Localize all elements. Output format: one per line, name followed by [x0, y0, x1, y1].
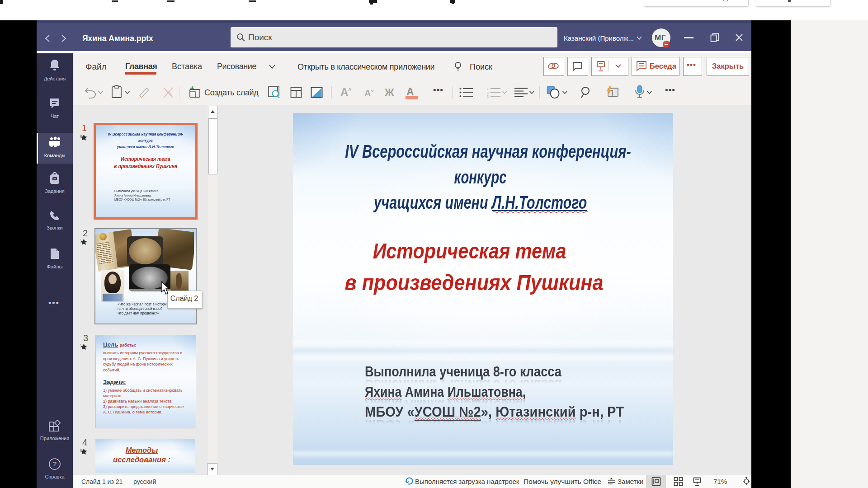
svg-text:1: 1 — [487, 87, 489, 90]
svg-text:?: ? — [53, 460, 57, 468]
svg-text:3: 3 — [487, 95, 489, 98]
svg-text:2: 2 — [487, 91, 489, 94]
